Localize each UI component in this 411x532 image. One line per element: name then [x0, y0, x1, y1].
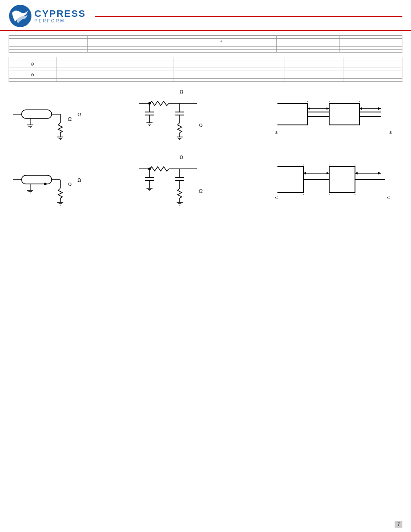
diagram-2a: Ω Ω [9, 156, 95, 208]
header-divider [95, 16, 402, 17]
table2: ⊖ ⊖ [9, 57, 402, 82]
svg-rect-48 [22, 175, 52, 184]
diagram-row-1: Ω Ω Ω [9, 88, 402, 145]
svg-point-55 [44, 183, 47, 185]
waveform-svg-2c: ≤ ≤ [273, 156, 402, 208]
brand-name: CYPRESS [34, 9, 86, 19]
table-row: ⊖ [9, 60, 402, 68]
svg-text:Ω: Ω [199, 123, 202, 128]
table-row [9, 47, 402, 50]
diagram-row-2: Ω Ω Ω [9, 154, 402, 211]
diagram-2b: Ω Ω [137, 154, 231, 211]
table-row [9, 79, 402, 82]
table-row [9, 57, 402, 60]
table-row: ° [9, 39, 402, 47]
diagram-1b: Ω [137, 88, 231, 145]
circuit-svg-1a: Ω Ω [9, 90, 95, 142]
svg-text:≤: ≤ [275, 130, 278, 134]
logo-text: CYPRESS PERFORM [34, 9, 86, 23]
table1-section: ° [9, 35, 402, 53]
svg-text:Ω: Ω [68, 116, 72, 121]
svg-text:Ω: Ω [78, 112, 81, 117]
svg-text:≤: ≤ [387, 195, 390, 200]
svg-text:Ω: Ω [180, 89, 183, 94]
svg-text:Ω: Ω [180, 155, 183, 160]
svg-text:≤: ≤ [275, 195, 278, 200]
table-row [9, 50, 402, 53]
page-header: CYPRESS PERFORM [0, 0, 411, 31]
circuit-svg-2b: Ω Ω [137, 154, 231, 210]
waveform-svg-1c: ≤ ≤ [273, 90, 402, 142]
svg-text:Ω: Ω [68, 182, 72, 187]
cypress-logo-icon [9, 4, 32, 28]
diagrams-area: Ω Ω Ω [9, 88, 402, 211]
svg-text:Ω: Ω [78, 177, 81, 183]
svg-text:≤: ≤ [389, 130, 392, 134]
circuit-svg-2a: Ω Ω [9, 156, 95, 208]
circuit-svg-1b: Ω [137, 88, 231, 144]
svg-text:Ω: Ω [199, 188, 202, 193]
brand-sub: PERFORM [34, 19, 86, 23]
logo-area: CYPRESS PERFORM [9, 4, 95, 28]
diagram-1a: Ω Ω [9, 90, 95, 143]
svg-marker-44 [378, 107, 381, 110]
table-row: ⊖ [9, 71, 402, 79]
svg-rect-2 [22, 110, 52, 118]
table-row [9, 36, 402, 39]
table1: ° [9, 35, 402, 53]
diagram-2c: ≤ ≤ [273, 156, 402, 208]
svg-marker-91 [378, 172, 381, 174]
diagram-1c: ≤ ≤ [273, 90, 402, 143]
table-row [9, 68, 402, 71]
table2-section: ⊖ ⊖ [9, 57, 402, 82]
page-number: 7 [395, 521, 402, 528]
